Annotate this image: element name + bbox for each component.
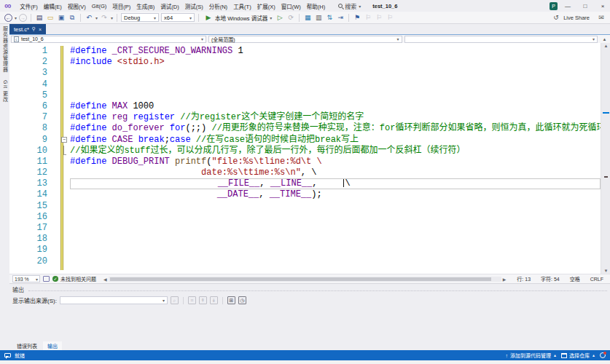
menu-item[interactable]: 视图(V) xyxy=(65,1,89,11)
breakpoints-icon[interactable]: ▦ xyxy=(303,13,312,22)
new-file-icon[interactable]: ▤ xyxy=(35,13,44,22)
code-line[interactable]: 8#define do_forever for(;;) //用更形象的符号来替换… xyxy=(9,123,601,134)
maximize-button[interactable]: □ xyxy=(578,1,593,11)
code-line[interactable]: 19 xyxy=(9,245,601,256)
project-dropdown[interactable]: c test_10_6 ▾ xyxy=(11,36,206,43)
find-in-output-icon[interactable]: ⌕ xyxy=(171,296,179,304)
code-line[interactable]: 13 __FILE__, __LINE__, \ xyxy=(9,178,601,189)
scroll-down-icon[interactable]: ▼ xyxy=(601,269,610,273)
platform-dropdown[interactable]: x64▾ xyxy=(161,13,195,22)
clear-bookmarks-icon[interactable]: ⚐ xyxy=(386,13,394,22)
scope-dropdown[interactable]: (全局范围) ▾ xyxy=(208,36,402,43)
code-line[interactable]: 17 xyxy=(9,223,601,234)
redo-dropdown-icon[interactable]: ▾ xyxy=(111,15,113,20)
side-tool-tab[interactable]: Git 更改 xyxy=(1,80,9,103)
menu-item[interactable]: 分析(N) xyxy=(206,1,230,11)
code-line[interactable]: 14 __DATE__, __TIME__); xyxy=(9,189,601,200)
hot-reload-icon[interactable]: ⟳ xyxy=(286,13,295,22)
next-message-icon[interactable]: ↡ xyxy=(210,296,218,304)
code-line[interactable]: 5 xyxy=(9,90,601,101)
tab-close-icon[interactable]: × xyxy=(39,27,42,32)
scroll-right-icon[interactable]: ▶ xyxy=(501,277,508,282)
prev-message-icon[interactable]: ↟ xyxy=(199,296,207,304)
fold-collapse-icon[interactable]: − xyxy=(61,137,67,143)
goto-message-icon[interactable]: ≡ xyxy=(188,296,196,304)
search-box[interactable]: 搜索 ▾ xyxy=(338,2,361,10)
menu-item[interactable]: 扩展(X) xyxy=(254,1,278,11)
menu-item[interactable]: 调试(D) xyxy=(157,1,181,11)
tab-test-c[interactable]: test.c* ⚲ × xyxy=(9,24,46,34)
menu-item[interactable]: 帮助(H) xyxy=(304,1,328,11)
menu-item[interactable]: 生成(B) xyxy=(133,1,157,11)
vertical-scrollbar[interactable]: ▲ ▼ xyxy=(601,43,610,274)
save-all-icon[interactable]: ⧉ xyxy=(68,13,77,22)
navigate-symbols-icon[interactable]: ⇅ xyxy=(325,13,334,22)
show-output-icon[interactable]: ▥ xyxy=(314,13,323,22)
menu-item[interactable]: 窗口(W) xyxy=(278,1,304,11)
code-line[interactable]: 3 xyxy=(9,68,601,79)
document-health-indicator[interactable]: ✓ 未找到相关问题 xyxy=(52,275,96,282)
code-line[interactable]: 18 xyxy=(9,234,601,245)
menu-item[interactable]: 测试(S) xyxy=(182,1,206,11)
scrollbar-up-arrow-icon[interactable]: ▲ xyxy=(600,37,609,41)
navigate-back-icon[interactable]: ← xyxy=(4,14,12,22)
horizontal-scrollbar[interactable]: ◀ ▶ xyxy=(102,276,507,282)
clear-all-icon[interactable]: ⊞ xyxy=(227,296,235,304)
start-debugging-button[interactable]: ▶ 本地 Windows 调试器 ▾ xyxy=(203,13,273,22)
code-line[interactable]: 4 xyxy=(9,79,601,90)
attach-process-icon[interactable]: ⇥ xyxy=(336,13,345,22)
code-line[interactable]: 2#include <stdio.h> xyxy=(9,57,601,68)
start-without-debugging-icon[interactable]: ▷ xyxy=(275,13,284,22)
code-line[interactable]: 20 xyxy=(9,256,601,267)
save-icon[interactable]: ▣ xyxy=(57,13,66,22)
toggle-autoscroll-icon[interactable]: ◷ xyxy=(238,296,246,304)
navigate-forward-icon[interactable]: → xyxy=(19,14,27,22)
undo-icon[interactable]: ↶ xyxy=(85,13,93,22)
code-line[interactable]: 11#define DEBUG_PRINT printf("file:%s\tl… xyxy=(9,157,601,167)
menu-item[interactable]: 文件(F) xyxy=(17,1,41,11)
notifications-bell-icon[interactable] xyxy=(600,352,606,358)
code-line[interactable]: 10//如果定义的stuff过长，可以分成几行写，除了最后一行外，每行的后面都加… xyxy=(9,146,601,157)
bottom-tab[interactable]: 输出 xyxy=(43,341,62,350)
back-dropdown-icon[interactable]: ▾ xyxy=(15,15,17,20)
menu-item[interactable]: 项目(P) xyxy=(109,1,133,11)
scroll-left-icon[interactable]: ◀ xyxy=(102,277,109,282)
menu-item[interactable]: 工具(T) xyxy=(230,1,254,11)
feedback-icon[interactable]: ✉ xyxy=(597,13,606,22)
output-source-dropdown[interactable]: ▾ xyxy=(60,296,168,304)
menu-item[interactable]: 编辑(E) xyxy=(41,1,65,11)
side-tool-tab[interactable]: 服务器资源管理器 xyxy=(1,26,9,73)
bookmark-icon[interactable]: ⚑ xyxy=(353,13,361,22)
code-line[interactable]: 1#define _CRT_SECURE_NO_WARNINGS 1 xyxy=(9,46,601,57)
code-line[interactable]: 6#define MAX 1000 xyxy=(9,101,601,112)
feedback-bubble-icon[interactable] xyxy=(4,353,11,357)
fit-to-screen-icon[interactable] xyxy=(43,276,50,282)
close-button[interactable]: × xyxy=(595,1,610,11)
bottom-tab[interactable]: 错误列表 xyxy=(12,341,42,350)
select-repository-button[interactable]: 选择仓库▲ xyxy=(561,352,595,359)
open-file-icon[interactable]: ▭ xyxy=(46,13,55,22)
redo-icon[interactable]: ↷ xyxy=(100,13,109,22)
code-line[interactable]: 16 xyxy=(9,212,601,223)
code-line[interactable]: 15 xyxy=(9,201,601,212)
code-line[interactable]: 9−#define CASE break;case //在写case语句的时候自… xyxy=(9,135,601,146)
minimize-button[interactable]: — xyxy=(560,1,575,11)
configuration-dropdown[interactable]: Debug▾ xyxy=(121,13,159,22)
spaces-indicator[interactable]: 空格 xyxy=(566,275,584,282)
scroll-up-icon[interactable]: ▲ xyxy=(601,44,610,48)
code-line[interactable]: 12 date:%s\ttime:%s\n", \ xyxy=(9,167,601,178)
undo-dropdown-icon[interactable]: ▾ xyxy=(95,15,98,20)
pin-icon[interactable]: ⚲ xyxy=(32,26,36,32)
code-editor[interactable]: 1#define _CRT_SECURE_NO_WARNINGS 12#incl… xyxy=(9,43,601,274)
add-to-source-control-button[interactable]: ↑添加到源代码管理▲ xyxy=(506,352,557,359)
member-dropdown[interactable]: ▾ xyxy=(404,36,598,43)
code-line[interactable]: 7#define reg register //为register这个关键字创建… xyxy=(9,112,601,123)
live-share-label[interactable]: Live Share xyxy=(563,15,590,21)
zoom-dropdown[interactable]: 193 %▾ xyxy=(12,275,40,282)
panel-grip[interactable] xyxy=(28,290,607,291)
next-bookmark-icon[interactable]: ⚐ xyxy=(375,13,383,22)
menu-item[interactable]: Git(G) xyxy=(89,2,109,10)
scrollbar-thumb[interactable] xyxy=(110,277,491,281)
prev-bookmark-icon[interactable]: ⚐ xyxy=(364,13,372,22)
account-badge[interactable]: P xyxy=(550,2,558,10)
